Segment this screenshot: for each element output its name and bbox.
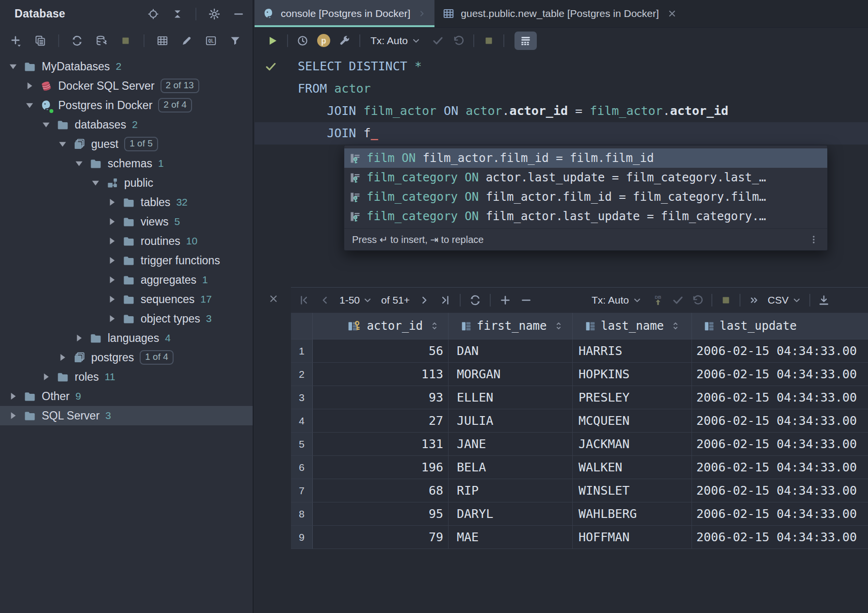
chevron-right-icon[interactable] (106, 312, 118, 325)
sort-icon[interactable] (670, 321, 681, 331)
tree-item-routines[interactable]: routines10 (0, 231, 253, 251)
cell-first-name[interactable]: MORGAN (449, 363, 573, 386)
cell-last-update[interactable]: 2006-02-15 04:34:33.00 (692, 526, 868, 548)
cell-actor-id[interactable]: 131 (313, 433, 449, 455)
chevron-right-icon[interactable] (7, 409, 19, 422)
modify-icon[interactable] (180, 34, 193, 47)
cell-last-name[interactable]: HOPKINS (573, 363, 692, 386)
cell-first-name[interactable]: DARYL (449, 502, 573, 525)
tree-item-aggregates[interactable]: aggregates1 (0, 270, 253, 290)
tree-item-views[interactable]: views5 (0, 212, 253, 231)
postgres-console-badge[interactable]: p (317, 34, 330, 47)
chevron-right-icon[interactable] (106, 293, 118, 306)
table-row[interactable]: 2113MORGANHOPKINS2006-02-15 04:34:33.00 (291, 363, 868, 386)
chevron-down-icon[interactable] (56, 138, 69, 150)
run-button[interactable] (266, 34, 279, 47)
cell-last-name[interactable]: HOFFMAN (573, 526, 692, 548)
cell-first-name[interactable]: RIP (449, 479, 573, 502)
more-options-icon[interactable] (808, 234, 820, 245)
filter-icon[interactable] (229, 34, 241, 47)
cell-last-update[interactable]: 2006-02-15 04:34:33.00 (692, 409, 868, 432)
chevron-down-icon[interactable] (7, 60, 19, 73)
cell-actor-id[interactable]: 113 (313, 363, 449, 386)
chevron-down-icon[interactable] (23, 99, 36, 112)
next-page-icon[interactable] (418, 294, 431, 306)
chevron-down-icon[interactable] (73, 157, 85, 170)
last-page-icon[interactable] (439, 294, 451, 306)
tree-item-sql-server[interactable]: SQL Server3 (0, 406, 253, 425)
cell-first-name[interactable]: ELLEN (449, 386, 573, 409)
table-row[interactable]: 393ELLENPRESLEY2006-02-15 04:34:33.00 (291, 386, 868, 409)
jump-to-console-icon[interactable]: QL (205, 34, 217, 47)
completion-item[interactable]: film_category ON film_actor.last_update … (344, 207, 827, 226)
table-row[interactable]: 979MAEHOFFMAN2006-02-15 04:34:33.00 (291, 526, 868, 549)
chevron-right-icon[interactable] (106, 274, 118, 286)
chevron-right-icon[interactable] (40, 371, 52, 383)
download-icon[interactable] (818, 294, 830, 306)
sort-icon[interactable] (429, 321, 440, 331)
table-row[interactable]: 427JULIAMCQUEEN2006-02-15 04:34:33.00 (291, 409, 868, 433)
cell-last-name[interactable]: MCQUEEN (573, 409, 692, 432)
tree-item-sequences[interactable]: sequences17 (0, 290, 253, 309)
tree-item-mydatabases[interactable]: MyDatabases2 (0, 57, 253, 76)
export-format-dropdown[interactable]: CSV (768, 294, 802, 306)
chevron-right-icon[interactable] (106, 215, 118, 228)
cell-last-update[interactable]: 2006-02-15 04:34:33.00 (692, 433, 868, 455)
table-row[interactable]: 156DANHARRIS2006-02-15 04:34:33.00 (291, 339, 868, 363)
gear-icon[interactable] (208, 8, 221, 20)
cell-actor-id[interactable]: 93 (313, 386, 449, 409)
chevron-right-icon[interactable] (106, 254, 118, 267)
cell-last-update[interactable]: 2006-02-15 04:34:33.00 (692, 386, 868, 409)
chevron-down-icon[interactable] (89, 177, 102, 189)
completion-item[interactable]: film_category ON actor.last_update = fil… (344, 168, 827, 187)
cell-actor-id[interactable]: 79 (313, 526, 449, 548)
cell-actor-id[interactable]: 196 (313, 456, 449, 479)
add-data-source-button[interactable] (10, 34, 22, 47)
column-header-actor_id[interactable]: actor_id (313, 313, 449, 339)
sort-icon[interactable] (553, 321, 564, 331)
more-chevrons-icon[interactable] (748, 294, 760, 306)
table-row[interactable]: 5131JANEJACKMAN2006-02-15 04:34:33.00 (291, 433, 868, 456)
chevron-right-icon[interactable] (56, 351, 69, 364)
tree-item-postgres-in-docker[interactable]: Postgres in Docker2 of 4 (0, 96, 253, 115)
tx-mode-dropdown[interactable]: Tx: Auto (370, 35, 421, 47)
tree-item-object-types[interactable]: object types3 (0, 309, 253, 328)
tree-item-roles[interactable]: roles11 (0, 367, 253, 387)
page-range-dropdown[interactable]: 1-50 (339, 294, 373, 306)
completion-item[interactable]: film ON film_actor.film_id = film.film_i… (344, 148, 827, 168)
tree-item-guest[interactable]: guest1 of 5 (0, 134, 253, 154)
settings-wrench-icon[interactable] (338, 34, 351, 47)
cell-actor-id[interactable]: 56 (313, 339, 449, 362)
tab-new-table[interactable]: guest.public.new_table [Postgres in Dock… (434, 0, 685, 27)
prev-page-icon[interactable] (319, 294, 331, 306)
tree-item-docker-sql-server[interactable]: Docker SQL Server2 of 13 (0, 76, 253, 96)
sql-editor[interactable]: SELECT DISTINCT *FROM actor JOIN film_ac… (298, 55, 728, 145)
cell-first-name[interactable]: JANE (449, 433, 573, 455)
history-icon[interactable] (296, 34, 309, 47)
tree-item-tables[interactable]: tables32 (0, 193, 253, 212)
refresh-icon[interactable] (71, 34, 83, 47)
in-editor-results-toggle[interactable] (514, 32, 537, 50)
chevron-right-icon[interactable] (106, 235, 118, 247)
close-results-icon[interactable] (268, 293, 279, 305)
chevron-right-icon[interactable] (73, 332, 85, 344)
close-icon[interactable] (667, 8, 677, 19)
tree-item-public[interactable]: public (0, 173, 253, 193)
chevron-down-icon[interactable] (40, 118, 52, 131)
tab-more-icon[interactable] (417, 9, 427, 18)
cell-actor-id[interactable]: 27 (313, 409, 449, 432)
delete-row-icon[interactable] (520, 294, 532, 306)
table-view-icon[interactable] (156, 34, 169, 47)
cell-first-name[interactable]: BELA (449, 456, 573, 479)
chevron-right-icon[interactable] (23, 80, 36, 92)
cell-last-name[interactable]: HARRIS (573, 339, 692, 362)
column-header-last_name[interactable]: last_name (573, 313, 692, 339)
cell-last-update[interactable]: 2006-02-15 04:34:33.00 (692, 363, 868, 386)
duplicate-icon[interactable] (34, 34, 47, 47)
chevron-right-icon[interactable] (7, 390, 19, 403)
completion-item[interactable]: film_category ON film_actor.film_id = fi… (344, 187, 827, 207)
cell-last-name[interactable]: WINSLET (573, 479, 692, 502)
tree-item-databases[interactable]: databases2 (0, 115, 253, 134)
tree-item-trigger-functions[interactable]: trigger functions (0, 251, 253, 270)
locate-icon[interactable] (147, 8, 160, 20)
